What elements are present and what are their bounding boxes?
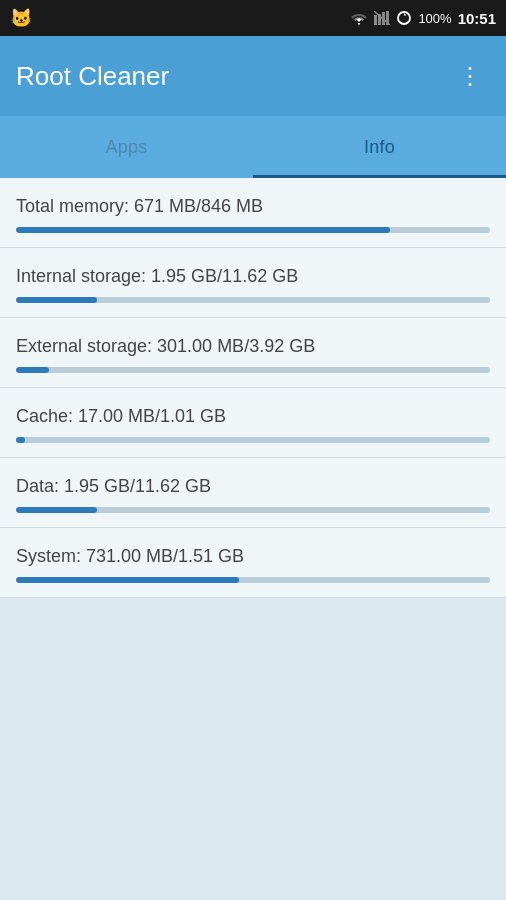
battery-text: 100% [418,11,451,26]
more-options-button[interactable]: ⋮ [450,54,490,98]
wifi-icon [350,11,368,25]
info-item-cache: Cache: 17.00 MB/1.01 GB [0,388,506,458]
info-item-total-memory: Total memory: 671 MB/846 MB [0,178,506,248]
status-bar-right: 100% 10:51 [350,10,496,27]
status-bar-left: 🐱 [10,7,32,29]
progress-bar-container-total-memory [16,227,490,233]
app-bar: Root Cleaner ⋮ [0,36,506,116]
status-time: 10:51 [458,10,496,27]
progress-bar-fill-total-memory [16,227,390,233]
progress-bar-fill-internal-storage [16,297,97,303]
app-title: Root Cleaner [16,61,169,92]
tab-info[interactable]: Info [253,116,506,178]
progress-bar-container-data [16,507,490,513]
progress-bar-container-internal-storage [16,297,490,303]
info-label-internal-storage: Internal storage: 1.95 GB/11.62 GB [16,266,490,287]
info-label-cache: Cache: 17.00 MB/1.01 GB [16,406,490,427]
progress-bar-container-external-storage [16,367,490,373]
tab-bar: Apps Info [0,116,506,178]
tab-apps-label: Apps [105,137,147,158]
refresh-icon [396,10,412,26]
cat-icon: 🐱 [10,7,32,29]
tab-info-label: Info [364,137,395,158]
info-item-external-storage: External storage: 301.00 MB/3.92 GB [0,318,506,388]
tab-apps[interactable]: Apps [0,116,253,178]
signal-icon [374,11,390,25]
progress-bar-fill-cache [16,437,25,443]
content-area: Total memory: 671 MB/846 MBInternal stor… [0,178,506,598]
svg-rect-0 [374,15,377,25]
info-item-internal-storage: Internal storage: 1.95 GB/11.62 GB [0,248,506,318]
progress-bar-fill-external-storage [16,367,49,373]
progress-bar-fill-system [16,577,239,583]
progress-bar-container-cache [16,437,490,443]
progress-bar-container-system [16,577,490,583]
status-bar: 🐱 100% 10:51 [0,0,506,36]
info-label-external-storage: External storage: 301.00 MB/3.92 GB [16,336,490,357]
info-label-total-memory: Total memory: 671 MB/846 MB [16,196,490,217]
progress-bar-fill-data [16,507,97,513]
info-item-system: System: 731.00 MB/1.51 GB [0,528,506,598]
info-label-data: Data: 1.95 GB/11.62 GB [16,476,490,497]
info-item-data: Data: 1.95 GB/11.62 GB [0,458,506,528]
info-label-system: System: 731.00 MB/1.51 GB [16,546,490,567]
